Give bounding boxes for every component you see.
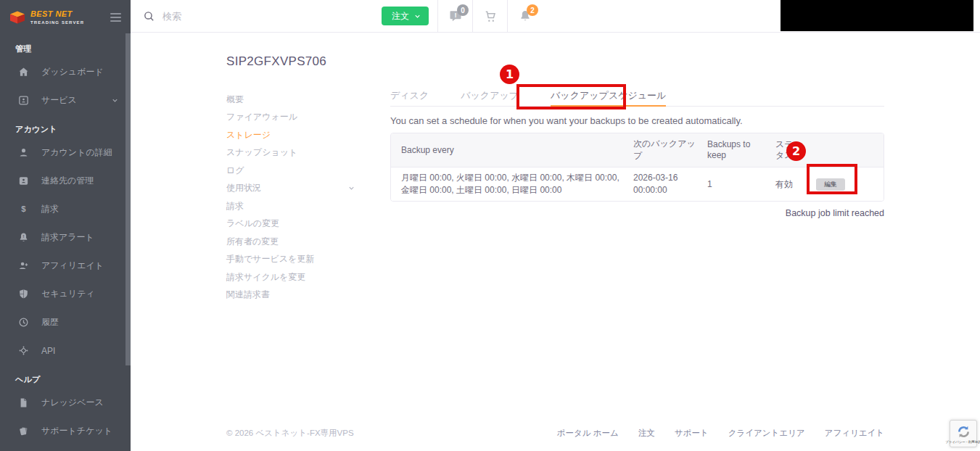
tab[interactable]: ディスク (390, 89, 429, 106)
sidebar-item-home[interactable]: ダッシュボード (0, 58, 131, 86)
annotation-step-1: 1 (500, 65, 519, 84)
sidebar-item-user[interactable]: アカウントの詳細 (0, 138, 131, 167)
edit-button[interactable]: 編集 (816, 178, 845, 191)
history-icon (17, 316, 30, 328)
sidebar: BEST NET TREADING SERVER 管理ダッシュボードサービスアカ… (0, 0, 131, 451)
cell-status: 有効 (775, 175, 815, 194)
svg-text:!: ! (23, 234, 25, 239)
sidebar-item-bell-alert[interactable]: !請求アラート (0, 223, 131, 252)
sidebar-item-shield[interactable]: セキュリティ (0, 280, 131, 308)
service-menu-item[interactable]: 請求 (226, 197, 355, 215)
footer-link[interactable]: クライアントエリア (728, 428, 805, 439)
recaptcha-badge[interactable]: プライバシー - 利用規約 (950, 420, 977, 447)
service-menu-item[interactable]: ログ (226, 162, 355, 180)
service-menu-label: 概要 (226, 94, 244, 106)
sidebar-item-label: ダッシュボード (41, 66, 104, 78)
sidebar-item-info[interactable]: サービスステータス (0, 445, 131, 451)
footer-links: ポータル ホーム注文サポートクライアントエリアアフィリエイト (557, 428, 884, 439)
notifications-badge: 2 (527, 4, 538, 16)
sidebar-item-document[interactable]: ナレッジベース (0, 389, 131, 417)
service-menu: 概要ファイアウォールストレージスナップショットログ使用状況請求ラベルの変更所有者… (226, 91, 355, 304)
brand-logo-icon (8, 9, 27, 26)
sidebar-item-dollar[interactable]: $請求 (0, 195, 131, 223)
page-title: SIP2GFXVPS706 (226, 54, 326, 69)
sidebar-item-label: サービス (41, 94, 77, 107)
footer-link[interactable]: 注文 (638, 428, 655, 439)
sidebar-section-label: アカウント (0, 115, 131, 138)
brand[interactable]: BEST NET TREADING SERVER (0, 0, 131, 34)
services-icon (17, 94, 30, 107)
table-header-cell: 次のバックアップ (633, 133, 707, 167)
service-menu-item[interactable]: ファイアウォール (226, 109, 355, 127)
chevron-down-icon (347, 184, 355, 192)
menu-toggle-icon[interactable] (110, 13, 121, 22)
notifications-button[interactable]: 2 (508, 0, 542, 32)
sidebar-item-label: アカウントの詳細 (41, 146, 112, 159)
chevron-down-icon (111, 96, 119, 104)
sidebar-section-label: 管理 (0, 34, 131, 58)
sidebar-item-label: ナレッジベース (41, 397, 104, 409)
sidebar-item-user-plus[interactable]: アフィリエイト (0, 252, 131, 280)
chevron-down-icon (413, 12, 421, 20)
service-menu-label: ファイアウォール (226, 111, 297, 123)
svg-text:!: ! (454, 12, 456, 19)
service-menu-item[interactable]: 関連請求書 (226, 286, 355, 305)
messages-button[interactable]: ! 0 (438, 0, 472, 32)
search-input[interactable] (162, 11, 380, 22)
copyright: © 2026 ベストネット-FX専用VPS (226, 428, 354, 439)
service-menu-item[interactable]: ラベルの変更 (226, 215, 355, 233)
sidebar-item-api[interactable]: API (0, 336, 131, 365)
service-menu-item[interactable]: スナップショット (226, 144, 355, 162)
footer: © 2026 ベストネット-FX専用VPS ポータル ホーム注文サポートクライア… (226, 428, 884, 439)
user-icon (17, 146, 30, 159)
sidebar-item-label: API (41, 346, 55, 356)
home-icon (17, 66, 30, 78)
service-menu-item[interactable]: 使用状況 (226, 180, 355, 198)
service-menu-label: ストレージ (226, 129, 271, 141)
bell-alert-icon: ! (17, 231, 30, 244)
service-menu-item[interactable]: 請求サイクルを変更 (226, 268, 355, 286)
service-menu-item[interactable]: 所有者の変更 (226, 233, 355, 251)
backup-schedule-table: Backup every次のバックアップBackups to keepステータス… (390, 133, 884, 202)
footer-link[interactable]: サポート (675, 428, 709, 439)
cell-next-backup: 2026-03-16 00:00:00 (633, 167, 707, 201)
sidebar-item-services[interactable]: サービス (0, 86, 131, 115)
sidebar-item-history[interactable]: 履歴 (0, 308, 131, 336)
brand-tagline: TREADING SERVER (30, 20, 84, 25)
service-menu-label: 関連請求書 (226, 289, 270, 301)
service-menu-item[interactable]: 概要 (226, 91, 355, 109)
sidebar-item-tickets[interactable]: サポートチケット (0, 417, 131, 445)
service-menu-label: 所有者の変更 (226, 236, 279, 248)
schedule-description: You can set a schedule for when you want… (390, 115, 884, 126)
service-menu-label: ログ (226, 165, 244, 177)
sidebar-scrollbar[interactable] (125, 33, 131, 365)
tab[interactable]: バックアップスケジュール (551, 89, 666, 106)
sidebar-item-label: 履歴 (41, 316, 59, 328)
service-menu-item[interactable]: ストレージ (226, 126, 355, 144)
dollar-icon: $ (17, 203, 30, 215)
table-header-row: Backup every次のバックアップBackups to keepステータス (391, 133, 884, 167)
sidebar-item-label: サポートチケット (41, 425, 112, 437)
service-menu-label: ラベルの変更 (226, 218, 279, 230)
main-content: SIP2GFXVPS706 概要ファイアウォールストレージスナップショットログ使… (131, 33, 980, 451)
sidebar-item-label: 請求アラート (41, 231, 94, 244)
cell-backup-every: 月曜日 00:00, 火曜日 00:00, 水曜日 00:00, 木曜日 00:… (401, 167, 633, 201)
topbar: 注文 ! 0 2 (131, 0, 980, 33)
cart-button[interactable] (473, 0, 507, 32)
sidebar-item-contact-card[interactable]: 連絡先の管理 (0, 167, 131, 195)
table-header-cell: Backup every (401, 140, 633, 161)
service-detail-panel: ディスクバックアップバックアップスケジュール You can set a sch… (390, 89, 884, 218)
service-menu-label: スナップショット (226, 146, 297, 159)
footer-link[interactable]: ポータル ホーム (557, 428, 619, 439)
cell-backups-to-keep: 1 (707, 175, 775, 194)
backup-limit-note: Backup job limit reached (390, 208, 884, 218)
order-button[interactable]: 注文 (382, 7, 429, 25)
service-menu-label: 手動でサービスを更新 (226, 253, 314, 265)
sidebar-item-label: 請求 (41, 203, 59, 215)
service-menu-item[interactable]: 手動でサービスを更新 (226, 251, 355, 269)
tab[interactable]: バックアップ (461, 89, 519, 106)
search-icon (143, 10, 155, 22)
sidebar-item-label: 連絡先の管理 (41, 175, 94, 187)
footer-link[interactable]: アフィリエイト (825, 428, 884, 439)
svg-text:$: $ (21, 204, 26, 213)
